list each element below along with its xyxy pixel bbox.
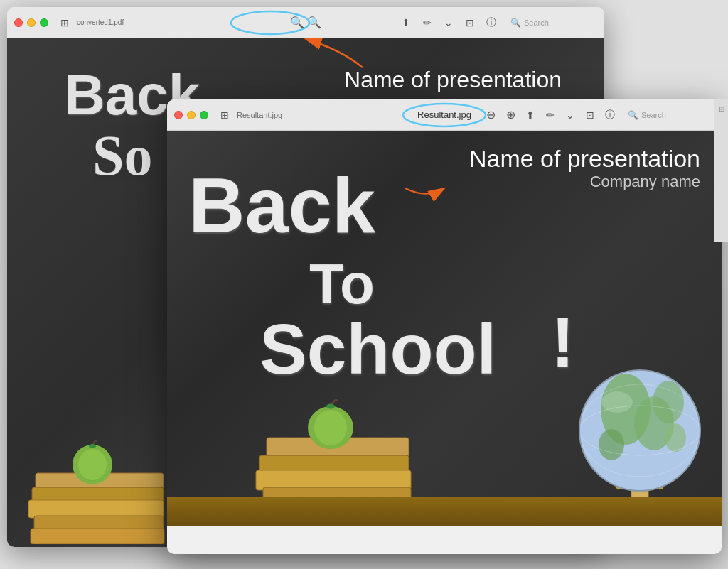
company-name-text: Company name (469, 173, 700, 191)
maximize-button-back[interactable] (40, 18, 48, 27)
share-icon-back[interactable]: ⬆ (398, 15, 414, 31)
svg-point-7 (89, 444, 96, 448)
zoom-out-icon-front[interactable]: ⊖ (483, 107, 498, 123)
traffic-lights-front (174, 111, 208, 119)
minimize-button-back[interactable] (27, 18, 36, 27)
annotate-icon-back[interactable]: ✏ (419, 15, 435, 31)
maximize-button-front[interactable] (200, 111, 208, 119)
search-icon-back: 🔍 (510, 18, 521, 28)
search-placeholder-back: Search (524, 18, 549, 27)
annotate-icon-front[interactable]: ✏ (542, 107, 558, 123)
right-panel-icon2: ⋯ (718, 117, 725, 125)
content-front: Back To School ! Name of presentation Co… (167, 131, 722, 526)
right-panel: ⊞ ⋯ (714, 99, 728, 242)
titlebar-front: ⊞ Resultant.jpg Resultant.jpg ⊖ ⊕ ⬆ ✏ ⌄ … (167, 99, 722, 131)
info-icon-front[interactable]: ⓘ (602, 107, 618, 123)
svg-point-25 (653, 381, 684, 423)
more-icon-front[interactable]: ⌄ (562, 107, 578, 123)
share-icon-front[interactable]: ⬆ (523, 107, 538, 123)
close-button-front[interactable] (174, 111, 183, 119)
zoom-in-icon-front[interactable]: ⊕ (503, 107, 518, 123)
chalk-back-front: Back (188, 166, 375, 244)
svg-rect-4 (31, 529, 164, 544)
filename-front-label: Resultant.jpg (237, 111, 282, 119)
svg-point-26 (665, 423, 686, 452)
desk-surface (167, 497, 722, 526)
traffic-lights-back (14, 18, 48, 27)
chalk-so-text: So (92, 124, 153, 188)
titlebar-back: ⊞ converted1.pdf 🔍 🔍 ⬆ ✏ ⌄ ⊡ ⓘ 🔍 Search (7, 7, 604, 38)
info-icon-back[interactable]: ⓘ (483, 15, 499, 31)
search-icon-front: 🔍 (628, 110, 638, 120)
svg-point-30 (601, 391, 633, 413)
svg-rect-2 (28, 500, 164, 518)
close-button-back[interactable] (14, 18, 23, 27)
search-box-front[interactable]: 🔍 Search (622, 108, 714, 122)
more-icon-back[interactable]: ⌄ (441, 15, 456, 31)
chalk-to-front: To (309, 251, 375, 317)
sidebar-toggle-icon[interactable]: ⊞ (57, 15, 73, 31)
search-box-back[interactable]: 🔍 Search (505, 16, 597, 30)
chalkboard-front: Back To School ! Name of presentation Co… (167, 131, 722, 526)
presentation-title-front: Name of presentation Company name (469, 145, 700, 191)
center-title-front: Resultant.jpg (417, 109, 471, 120)
books-back (28, 388, 171, 547)
svg-point-16 (326, 404, 335, 409)
right-panel-icon1: ⊞ (719, 105, 724, 113)
zoom-out-icon-back[interactable]: 🔍 🔍 (298, 15, 314, 31)
presentation-title-text: Name of presentation (469, 145, 700, 173)
search-placeholder-front: Search (641, 111, 666, 119)
sidebar-toggle-icon-front[interactable]: ⊞ (217, 107, 232, 123)
filename-back-title: converted1.pdf (77, 18, 124, 26)
crop-icon-back[interactable]: ⊡ (462, 15, 478, 31)
svg-point-24 (599, 429, 624, 460)
svg-point-6 (78, 449, 107, 480)
minimize-button-front[interactable] (187, 111, 196, 119)
front-window: ⊞ Resultant.jpg Resultant.jpg ⊖ ⊕ ⬆ ✏ ⌄ … (167, 99, 722, 554)
svg-point-15 (314, 410, 347, 445)
crop-icon-front[interactable]: ⊡ (582, 107, 598, 123)
presentation-title-back: Name of presentation (344, 67, 562, 93)
